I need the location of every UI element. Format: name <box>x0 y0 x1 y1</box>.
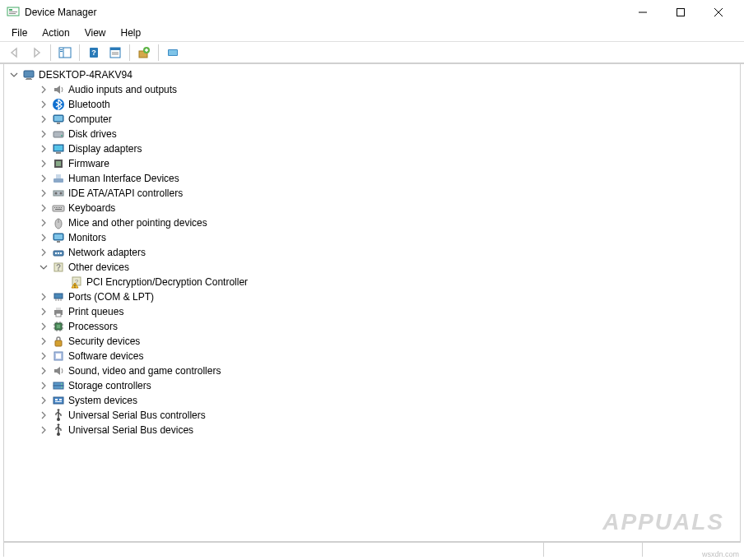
chevron-right-icon[interactable] <box>37 157 50 170</box>
monitor-icon <box>52 113 65 126</box>
svg-text:?: ? <box>91 49 96 57</box>
chevron-right-icon[interactable] <box>37 290 50 303</box>
ide-icon <box>52 187 65 200</box>
chevron-right-icon[interactable] <box>37 379 50 392</box>
tree-item-pci-encryption-decryption-controller[interactable]: ?!PCI Encryption/Decryption Controller <box>4 275 740 289</box>
tree-item-label: System devices <box>68 395 137 406</box>
tree-item-security-devices[interactable]: Security devices <box>4 334 740 349</box>
back-button[interactable] <box>5 44 25 62</box>
monitor-icon <box>52 231 65 244</box>
chevron-right-icon[interactable] <box>37 320 50 333</box>
status-cell <box>642 543 741 557</box>
tree-item-software-devices[interactable]: Software devices <box>4 349 740 363</box>
tree-item-sound-video-and-game-controllers[interactable]: Sound, video and game controllers <box>4 363 740 378</box>
chevron-right-icon[interactable] <box>37 335 50 348</box>
svg-rect-24 <box>26 79 32 80</box>
unknown-warning-icon: ?! <box>70 275 83 289</box>
update-driver-button[interactable] <box>134 44 154 62</box>
tree-item-label: Mice and other pointing devices <box>68 217 207 229</box>
menu-help[interactable]: Help <box>114 25 148 40</box>
tree-item-system-devices[interactable]: System devices <box>4 393 740 408</box>
tree-item-firmware[interactable]: Firmware <box>4 156 740 171</box>
chevron-right-icon[interactable] <box>37 231 50 244</box>
help-button[interactable]: ? <box>84 44 104 62</box>
app-icon <box>7 6 20 19</box>
chevron-right-icon[interactable] <box>37 216 50 229</box>
tree-item-bluetooth[interactable]: Bluetooth <box>4 97 740 112</box>
titlebar: Device Manager <box>0 0 744 25</box>
tree-item-universal-serial-bus-controllers[interactable]: Universal Serial Bus controllers <box>4 408 740 423</box>
menu-view[interactable]: View <box>78 25 113 40</box>
chevron-right-icon[interactable] <box>37 409 50 422</box>
chevron-right-icon[interactable] <box>37 201 50 215</box>
tree-item-ide-ata-atapi-controllers[interactable]: IDE ATA/ATAPI controllers <box>4 186 740 201</box>
properties-button[interactable] <box>105 44 125 62</box>
tree-item-ports-com-lpt[interactable]: Ports (COM & LPT) <box>4 289 740 304</box>
menu-action[interactable]: Action <box>35 25 76 40</box>
tree-item-label: Ports (COM & LPT) <box>68 291 154 303</box>
tree-root[interactable]: DESKTOP-4RAKV94 <box>4 67 740 82</box>
tree-item-label: Human Interface Devices <box>68 173 179 184</box>
chevron-right-icon[interactable] <box>37 172 50 185</box>
tree-item-network-adapters[interactable]: Network adapters <box>4 245 740 260</box>
menu-file[interactable]: File <box>5 25 34 40</box>
tree-item-label: IDE ATA/ATAPI controllers <box>68 187 183 199</box>
show-hide-button[interactable] <box>55 44 75 62</box>
svg-rect-65 <box>56 313 61 317</box>
tree-item-label: PCI Encryption/Decryption Controller <box>86 276 248 288</box>
device-tree[interactable]: DESKTOP-4RAKV94 Audio inputs and outputs… <box>3 64 741 542</box>
status-cell <box>543 543 642 557</box>
tree-item-disk-drives[interactable]: Disk drives <box>4 127 740 141</box>
close-button[interactable] <box>700 0 737 25</box>
svg-rect-83 <box>53 397 63 404</box>
chevron-right-icon[interactable] <box>37 423 50 437</box>
tree-item-label: Audio inputs and outputs <box>68 84 177 95</box>
tree-item-display-adapters[interactable]: Display adapters <box>4 141 740 156</box>
svg-rect-78 <box>56 354 61 359</box>
forward-button[interactable] <box>26 44 46 62</box>
expander-none <box>55 275 68 289</box>
tree-item-keyboards[interactable]: Keyboards <box>4 201 740 215</box>
chevron-down-icon[interactable] <box>37 261 50 274</box>
usb-icon <box>52 409 65 422</box>
tree-item-universal-serial-bus-devices[interactable]: Universal Serial Bus devices <box>4 423 740 437</box>
tree-item-other-devices[interactable]: ?Other devices <box>4 260 740 275</box>
scan-button[interactable] <box>163 44 183 62</box>
maximize-button[interactable] <box>662 0 700 25</box>
chevron-right-icon[interactable] <box>37 349 50 363</box>
minimize-button[interactable] <box>624 0 662 25</box>
keyboard-icon <box>52 201 65 215</box>
tree-item-human-interface-devices[interactable]: Human Interface Devices <box>4 171 740 186</box>
tree-item-audio-inputs-and-outputs[interactable]: Audio inputs and outputs <box>4 82 740 97</box>
chevron-right-icon[interactable] <box>37 142 50 155</box>
svg-point-30 <box>61 135 63 137</box>
svg-rect-67 <box>57 325 60 328</box>
tree-item-processors[interactable]: Processors <box>4 319 740 334</box>
storage-icon <box>52 379 65 392</box>
chevron-right-icon[interactable] <box>37 83 50 96</box>
svg-rect-21 <box>169 50 177 55</box>
tree-item-monitors[interactable]: Monitors <box>4 230 740 245</box>
svg-rect-28 <box>57 123 60 124</box>
chevron-right-icon[interactable] <box>37 187 50 200</box>
svg-rect-36 <box>53 178 63 183</box>
tree-item-storage-controllers[interactable]: Storage controllers <box>4 378 740 393</box>
chevron-down-icon[interactable] <box>7 68 21 81</box>
svg-rect-37 <box>56 174 61 178</box>
svg-rect-62 <box>54 294 63 299</box>
chevron-right-icon[interactable] <box>37 246 50 259</box>
tree-item-mice-and-other-pointing-devices[interactable]: Mice and other pointing devices <box>4 215 740 230</box>
tree-item-label: Security devices <box>68 336 140 347</box>
chevron-right-icon[interactable] <box>37 113 50 126</box>
toolbar-separator <box>129 44 130 61</box>
chevron-right-icon[interactable] <box>37 127 50 141</box>
chevron-right-icon[interactable] <box>37 98 50 111</box>
tree-item-computer[interactable]: Computer <box>4 112 740 127</box>
chevron-right-icon[interactable] <box>37 305 50 318</box>
chevron-right-icon[interactable] <box>37 364 50 377</box>
tree-item-print-queues[interactable]: Print queues <box>4 304 740 319</box>
svg-rect-2 <box>9 12 17 12</box>
bluetooth-icon <box>52 98 65 111</box>
hid-icon <box>52 172 65 185</box>
chevron-right-icon[interactable] <box>37 394 50 407</box>
